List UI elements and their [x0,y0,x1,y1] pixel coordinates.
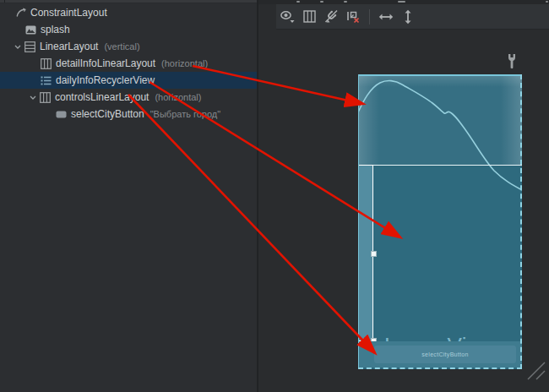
phone-border-right [520,74,522,369]
chevron-down-icon[interactable] [30,95,40,100]
controls-bar-region[interactable]: selectCityButton [358,341,522,368]
design-toolbar [276,4,549,30]
tree-row-detailinfolinearlayout[interactable]: detailInfoLinearLayout (horizontal) [0,55,257,72]
tree-row-attribute: (vertical) [104,38,139,55]
resize-grip[interactable] [525,360,547,385]
chevron-down-icon[interactable] [14,45,24,49]
tree-row-attribute: (horizontal) [155,89,201,106]
linear-layout-vertical-icon [24,41,35,52]
phone-border-top [358,74,522,76]
tree-row-splash[interactable]: splash [0,21,257,38]
tree-row-dailyinforecyclerview[interactable]: dailyInfoRecyclerView [0,72,257,89]
tree-row-label: LinearLayout [40,38,98,55]
select-city-button-preview[interactable]: selectCityButton [374,346,516,363]
design-surface-panel: ImageView selectCityButton [258,0,549,392]
expand-vertical-icon[interactable] [397,7,419,27]
recycler-view-icon [41,75,52,86]
section-divider-line [358,165,522,166]
layout-columns-icon[interactable] [298,7,320,27]
expand-horizontal-icon[interactable] [375,7,397,27]
tree-row-linearlayout[interactable]: LinearLayout (vertical) [0,38,257,55]
tree-row-text-attribute: "Выбрать город" [150,106,220,122]
tree-row-label: detailInfoLinearLayout [56,55,155,72]
tree-row-attribute: (horizontal) [161,55,208,72]
phone-border-bottom [358,368,522,369]
toolbar-separator [369,9,370,24]
phone-border-left [358,74,359,369]
autoconnect-off-magnet-icon[interactable] [320,7,342,27]
tree-row-label: dailyInfoRecyclerView [56,72,155,89]
panel-top-edge [0,0,257,3]
tree-row-controlslinearlayout[interactable]: controlsLinearLayout (horizontal) [0,89,257,106]
component-tree-panel: ConstraintLayout splash LinearLayout (ve… [0,0,257,392]
tree-row-label: ConstraintLayout [30,4,107,21]
tree-row-label: controlsLinearLayout [55,89,149,106]
tree-row-label: selectCityButton [71,106,144,122]
image-icon [25,24,36,35]
detail-info-region[interactable] [358,74,522,165]
device-screen[interactable]: ImageView selectCityButton [358,74,522,369]
linear-layout-horizontal-icon [40,92,51,103]
view-options-eye-icon[interactable] [276,7,298,27]
resize-handle-middle[interactable] [371,251,377,257]
wrench-icon[interactable] [506,53,518,74]
tree-row-label: splash [41,21,70,38]
constraint-layout-icon [15,8,26,19]
tree-row-constraintlayout[interactable]: ConstraintLayout [0,4,257,21]
clear-constraints-icon[interactable] [342,7,364,27]
button-icon [56,109,67,120]
linear-layout-horizontal-icon [41,58,52,69]
tree-row-selectcitybutton[interactable]: selectCityButton "Выбрать город" [0,106,257,122]
